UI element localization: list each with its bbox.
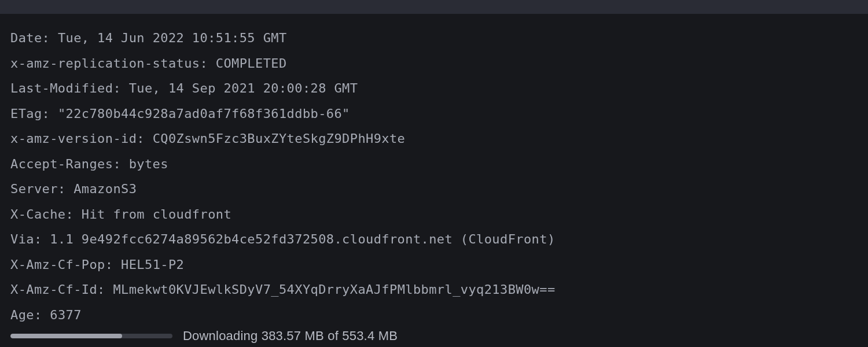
header-value: HEL51-P2	[121, 257, 184, 272]
header-value: bytes	[129, 157, 168, 171]
window-titlebar	[0, 0, 868, 14]
http-header-line: X-Amz-Cf-Pop: HEL51-P2	[10, 252, 858, 278]
header-value: 6377	[50, 308, 82, 322]
header-value: CQ0Zswn5Fzc3BuxZYteSkgZ9DPhH9xte	[153, 131, 406, 146]
header-value: COMPLETED	[216, 56, 287, 71]
http-header-line: Date: Tue, 14 Jun 2022 10:51:55 GMT	[10, 25, 858, 51]
header-value: Tue, 14 Sep 2021 20:00:28 GMT	[129, 81, 358, 95]
http-header-line: x-amz-version-id: CQ0Zswn5Fzc3BuxZYteSkg…	[10, 126, 858, 152]
http-header-line: Accept-Ranges: bytes	[10, 152, 858, 177]
header-name: X-Cache	[10, 207, 66, 222]
terminal-output: Date: Tue, 14 Jun 2022 10:51:55 GMT x-am…	[0, 14, 868, 328]
http-header-line: ETag: "22c780b44c928a7ad0af7f68f361ddbb-…	[10, 101, 858, 127]
header-value: Tue, 14 Jun 2022 10:51:55 GMT	[58, 31, 287, 45]
header-value: AmazonS3	[73, 182, 137, 196]
http-header-line: Via: 1.1 9e492fcc6274a89562b4ce52fd37250…	[10, 227, 858, 252]
download-status-text: Downloading 383.57 MB of 553.4 MB	[183, 328, 398, 344]
header-value: "22c780b44c928a7ad0af7f68f361ddbb-66"	[58, 106, 350, 121]
http-header-line: Age: 6377	[10, 302, 858, 328]
http-header-line: Last-Modified: Tue, 14 Sep 2021 20:00:28…	[10, 76, 858, 101]
http-header-line: x-amz-replication-status: COMPLETED	[10, 51, 858, 76]
header-value: MLmekwt0KVJEwlkSDyV7_54XYqDrryXaAJfPMlbb…	[113, 282, 555, 297]
header-name: X-Amz-Cf-Pop	[10, 257, 105, 272]
header-name: X-Amz-Cf-Id	[10, 282, 97, 297]
header-name: Date	[10, 31, 42, 45]
http-header-line: X-Cache: Hit from cloudfront	[10, 202, 858, 227]
download-status-row: Downloading 383.57 MB of 553.4 MB	[10, 328, 868, 344]
header-name: Accept-Ranges	[10, 157, 113, 171]
header-name: Server	[10, 182, 58, 196]
header-value: 1.1 9e492fcc6274a89562b4ce52fd372508.clo…	[50, 232, 555, 246]
header-name: x-amz-replication-status	[10, 56, 200, 71]
download-progress-bar	[10, 334, 172, 338]
header-value: Hit from cloudfront	[82, 207, 231, 222]
http-header-line: X-Amz-Cf-Id: MLmekwt0KVJEwlkSDyV7_54XYqD…	[10, 277, 858, 302]
download-progress-fill	[10, 334, 122, 338]
http-header-line: Server: AmazonS3	[10, 176, 858, 202]
header-name: ETag	[10, 106, 42, 121]
header-name: x-amz-version-id	[10, 131, 137, 146]
header-name: Via	[10, 232, 34, 246]
header-name: Age	[10, 308, 34, 322]
header-name: Last-Modified	[10, 81, 113, 95]
